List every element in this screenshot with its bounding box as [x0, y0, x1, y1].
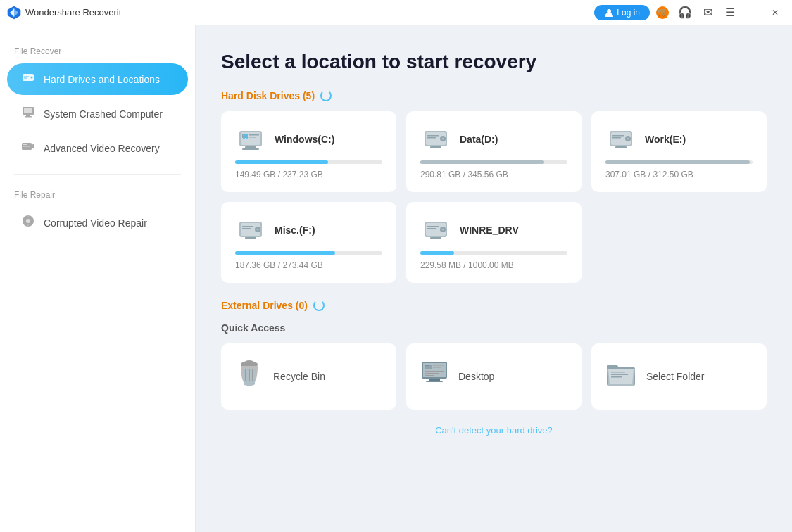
drive-card-top-e: Work(E:)	[605, 124, 753, 155]
app-title: Wondershare Recoverit	[25, 7, 594, 18]
drive-icon-f	[235, 215, 266, 246]
external-drives-label: External Drives (0)	[221, 300, 308, 311]
select-folder-label: Select Folder	[646, 371, 704, 382]
refresh-hard-disk-icon[interactable]	[320, 90, 332, 101]
quick-access-label: Quick Access	[221, 322, 285, 334]
drive-bar-winre	[420, 251, 454, 255]
drive-size-f: 187.36 GB / 273.44 GB	[235, 260, 382, 270]
drive-card-top-winre: WINRE_DRV	[420, 215, 567, 246]
svg-rect-50	[242, 228, 251, 229]
login-button[interactable]: Log in	[594, 5, 650, 20]
sidebar-item-advanced-video-label: Advanced Video Recovery	[44, 143, 160, 154]
svg-rect-73	[425, 375, 434, 376]
drive-grid: Windows(C:) 149.49 GB / 237.23 GB	[221, 111, 767, 283]
quick-card-desktop[interactable]: Desktop	[406, 343, 582, 410]
drive-size-d: 290.81 GB / 345.56 GB	[420, 170, 567, 179]
svg-rect-35	[427, 135, 439, 137]
file-repair-label: File Repair	[0, 190, 195, 205]
svg-rect-9	[24, 108, 32, 113]
content-area: Select a location to start recovery Hard…	[196, 25, 792, 532]
sidebar-item-system-crashed[interactable]: System Crashed Computer	[7, 98, 188, 129]
sidebar-item-advanced-video[interactable]: Advanced Video Recovery	[7, 132, 188, 164]
headset-icon: 🎧	[678, 6, 692, 19]
drive-name-c: Windows(C:)	[275, 134, 334, 145]
minimize-button[interactable]: —	[743, 3, 762, 23]
drive-size-e: 307.01 GB / 312.50 GB	[605, 170, 753, 179]
drive-icon-c	[235, 124, 266, 155]
svg-rect-51	[245, 237, 256, 239]
svg-rect-57	[427, 228, 436, 229]
drive-card-top-d: Data(D:)	[420, 124, 567, 155]
corrupted-video-icon	[21, 214, 35, 232]
svg-point-55	[442, 229, 444, 231]
app-logo	[7, 6, 21, 20]
quick-access-section-header: Quick Access	[221, 322, 767, 334]
drive-icon-e	[605, 124, 636, 155]
svg-rect-11	[25, 116, 32, 118]
drive-bar-wrap-d	[420, 160, 567, 164]
close-button[interactable]: ✕	[765, 3, 785, 23]
svg-rect-70	[433, 367, 441, 368]
svg-rect-24	[249, 137, 256, 138]
drive-name-d: Data(D:)	[460, 134, 498, 145]
drive-bar-d	[420, 160, 544, 164]
sidebar-divider	[14, 174, 181, 175]
drive-name-e: Work(E:)	[645, 134, 686, 145]
svg-rect-14	[23, 144, 27, 145]
svg-rect-66	[426, 381, 443, 382]
svg-rect-42	[612, 135, 624, 137]
drive-card-e[interactable]: Work(E:) 307.01 GB / 312.50 GB	[591, 111, 767, 192]
svg-rect-37	[430, 146, 441, 148]
svg-rect-65	[429, 379, 440, 381]
external-drives-section-header: External Drives (0)	[221, 300, 767, 311]
svg-rect-72	[425, 373, 439, 374]
svg-rect-26	[242, 148, 259, 150]
drive-card-c[interactable]: Windows(C:) 149.49 GB / 237.23 GB	[221, 111, 396, 192]
svg-rect-44	[615, 146, 627, 148]
drive-icon-d	[420, 124, 451, 155]
svg-rect-36	[427, 137, 436, 139]
system-crashed-icon	[21, 105, 35, 122]
app-body: File Recover Hard Drives and Locations	[0, 25, 792, 532]
headset-button[interactable]: 🎧	[675, 3, 695, 23]
svg-rect-71	[425, 371, 444, 372]
drive-card-f[interactable]: Misc.(F:) 187.36 GB / 273.44 GB	[221, 202, 396, 283]
sidebar-item-corrupted-video[interactable]: Corrupted Video Repair	[7, 207, 188, 239]
svg-rect-49	[242, 226, 253, 227]
svg-rect-23	[249, 134, 259, 136]
svg-rect-10	[26, 115, 30, 116]
quick-card-recycle[interactable]: Recycle Bin	[221, 343, 396, 410]
drive-name-winre: WINRE_DRV	[460, 224, 519, 236]
svg-point-48	[257, 229, 259, 231]
drive-card-winre[interactable]: WINRE_DRV 229.58 MB / 1000.00 MB	[406, 202, 582, 283]
quick-card-select-folder[interactable]: Select Folder	[591, 343, 767, 410]
svg-rect-43	[612, 137, 621, 139]
drive-bar-wrap-f	[235, 251, 382, 255]
svg-marker-13	[32, 144, 34, 149]
refresh-external-icon[interactable]	[313, 300, 325, 311]
cant-detect-link[interactable]: Can't detect your hard drive?	[435, 425, 553, 436]
svg-rect-75	[611, 374, 628, 376]
svg-point-41	[627, 138, 629, 140]
titlebar-actions: Log in 🛒 🎧 ✉ ☰ — ✕	[594, 3, 785, 23]
drive-size-c: 149.49 GB / 237.23 GB	[235, 170, 382, 179]
drive-size-winre: 229.58 MB / 1000.00 MB	[420, 260, 567, 270]
svg-rect-60	[245, 369, 246, 381]
svg-point-5	[31, 77, 33, 79]
svg-rect-74	[611, 372, 625, 373]
minimize-icon: —	[748, 8, 757, 18]
svg-rect-58	[430, 237, 441, 239]
drive-card-top-f: Misc.(F:)	[235, 215, 382, 246]
hard-disk-section-header: Hard Disk Drives (5)	[221, 90, 767, 101]
menu-button[interactable]: ☰	[720, 3, 740, 23]
sidebar-item-hard-drives-label: Hard Drives and Locations	[44, 74, 160, 85]
sidebar-item-corrupted-video-label: Corrupted Video Repair	[44, 217, 147, 229]
drive-card-d[interactable]: Data(D:) 290.81 GB / 345.56 GB	[406, 111, 582, 192]
recycle-bin-label: Recycle Bin	[273, 371, 325, 382]
cart-button[interactable]: 🛒	[653, 3, 672, 23]
page-title: Select a location to start recovery	[221, 51, 767, 73]
login-label: Log in	[617, 8, 640, 18]
mail-button[interactable]: ✉	[698, 3, 717, 23]
sidebar-item-hard-drives[interactable]: Hard Drives and Locations	[7, 63, 188, 95]
drive-bar-wrap-e	[605, 160, 753, 164]
